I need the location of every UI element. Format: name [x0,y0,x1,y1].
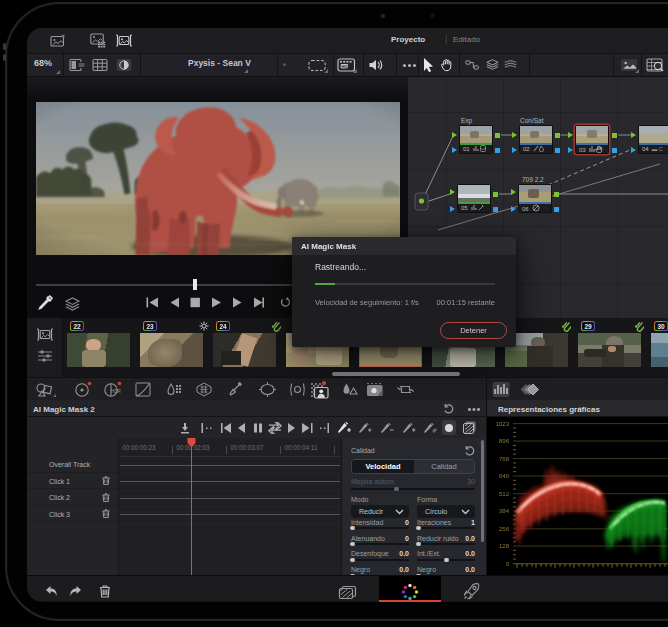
svg-text:HDR: HDR [111,389,121,394]
svg-text:0: 0 [506,561,510,567]
svg-text:128: 128 [499,543,510,549]
svg-text:1023: 1023 [496,421,510,427]
svg-text:256: 256 [499,526,510,532]
svg-text:512: 512 [499,491,510,497]
svg-text:HQ: HQ [341,64,348,69]
svg-text:896: 896 [499,438,510,444]
svg-text:384: 384 [499,508,510,514]
svg-text:768: 768 [499,456,510,462]
svg-text:640: 640 [499,473,510,479]
